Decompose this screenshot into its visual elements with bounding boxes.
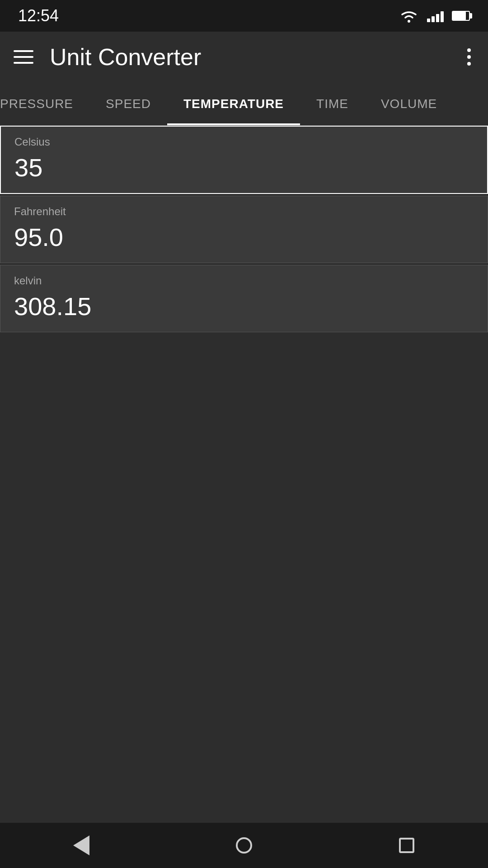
converter-content: Celsius 35 Fahrenheit 95.0 kelvin 308.15 <box>0 126 488 332</box>
kelvin-value: 308.15 <box>14 292 474 321</box>
tab-bar: PRESSURE SPEED TEMPERATURE TIME VOLUME <box>0 82 488 126</box>
tab-temperature[interactable]: TEMPERATURE <box>167 82 300 125</box>
tab-speed[interactable]: SPEED <box>89 82 167 125</box>
celsius-field[interactable]: Celsius 35 <box>0 126 488 194</box>
home-icon <box>236 837 252 854</box>
app-bar: Unit Converter <box>0 32 488 82</box>
fahrenheit-value: 95.0 <box>14 222 474 252</box>
status-bar: 12:54 <box>0 0 488 32</box>
menu-line-2 <box>14 56 33 58</box>
tab-time[interactable]: TIME <box>300 82 365 125</box>
signal-icon <box>427 9 444 22</box>
tab-volume[interactable]: VOLUME <box>365 82 453 125</box>
nav-recent-button[interactable] <box>384 832 429 859</box>
menu-line-3 <box>14 62 33 64</box>
fahrenheit-field[interactable]: Fahrenheit 95.0 <box>0 196 488 263</box>
kelvin-label: kelvin <box>14 274 474 287</box>
menu-line-1 <box>14 50 33 52</box>
fahrenheit-label: Fahrenheit <box>14 205 474 218</box>
status-icons <box>399 9 470 23</box>
menu-icon[interactable] <box>14 46 36 68</box>
back-icon <box>73 835 89 855</box>
status-time: 12:54 <box>18 6 59 25</box>
nav-home-button[interactable] <box>221 832 267 859</box>
bottom-nav <box>0 823 488 868</box>
tab-pressure[interactable]: PRESSURE <box>0 82 89 125</box>
wifi-icon <box>399 9 419 23</box>
converter-fields: Celsius 35 Fahrenheit 95.0 kelvin 308.15 <box>0 126 488 332</box>
kelvin-field[interactable]: kelvin 308.15 <box>0 265 488 332</box>
celsius-value: 35 <box>14 153 474 182</box>
svg-point-0 <box>408 20 410 23</box>
battery-icon <box>452 11 470 21</box>
more-options-icon[interactable] <box>464 45 474 69</box>
app-title: Unit Converter <box>50 43 450 71</box>
nav-back-button[interactable] <box>59 832 104 859</box>
recent-icon <box>399 838 414 853</box>
celsius-label: Celsius <box>14 136 474 148</box>
